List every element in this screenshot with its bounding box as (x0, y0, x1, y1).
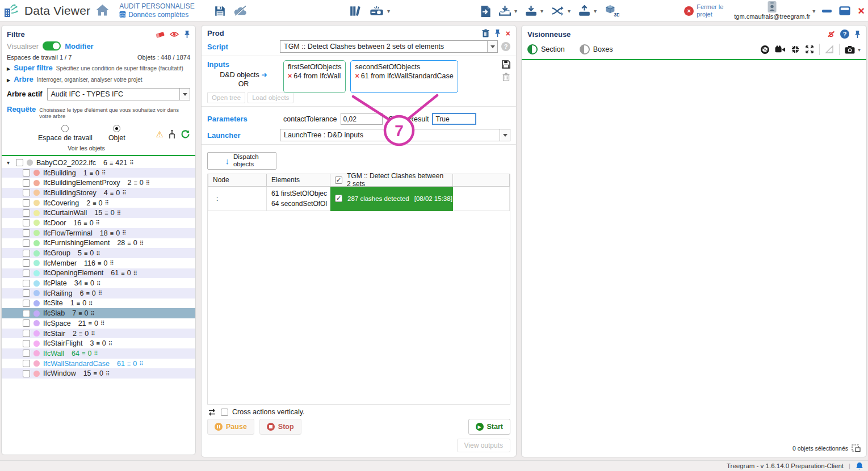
pin-icon[interactable] (854, 30, 861, 39)
radio-object[interactable]: Objet (108, 125, 125, 142)
user-caret-icon[interactable]: ▾ (812, 8, 815, 14)
tree-item-IfcSpace[interactable]: IfcSpace21≡0⠿ (2, 318, 195, 329)
download-icon[interactable] (525, 5, 537, 16)
import-objects-caret-icon[interactable]: ▾ (514, 8, 517, 14)
viewer-canvas[interactable] (527, 60, 861, 444)
radio-object-circle[interactable] (113, 125, 120, 132)
tree-item-IfcFlowTerminal[interactable]: IfcFlowTerminal18≡0⠿ (2, 228, 195, 238)
tree-item-checkbox[interactable] (23, 300, 30, 307)
close-panel-icon[interactable]: × (506, 29, 510, 38)
arbre-actif-select[interactable]: Audit IFC - TYPES IFC (47, 88, 190, 100)
notifications-bell-icon[interactable] (856, 462, 863, 470)
tree-item-BabyCO2_2022.ifc[interactable]: ▾BabyCO2_2022.ifc6≡421⠿ (2, 158, 195, 168)
import-objects-icon[interactable] (499, 5, 511, 16)
tree-item-IfcBuildingStorey[interactable]: IfcBuildingStorey4≡0⠿ (2, 188, 195, 198)
projector-caret-icon[interactable]: ▾ (387, 8, 390, 14)
tree-item-checkbox[interactable] (23, 169, 30, 176)
hierarchy-icon[interactable] (167, 130, 177, 139)
tree-item-checkbox[interactable] (23, 330, 30, 337)
section-disabled-icon[interactable]: S (827, 30, 835, 39)
load-objects-button[interactable]: Load objects (248, 92, 293, 103)
help-icon[interactable]: ? (501, 42, 510, 51)
tree-item-IfcWindow[interactable]: IfcWindow15≡0⠿ (2, 368, 195, 379)
tree-item-checkbox[interactable] (16, 159, 23, 166)
remove-icon[interactable]: × (288, 72, 292, 80)
expand-caret-icon[interactable]: ▶ (7, 66, 10, 72)
tree-item-checkbox[interactable] (23, 250, 30, 257)
upload-caret-icon[interactable]: ▾ (594, 8, 597, 14)
swap-arrows-icon[interactable] (207, 409, 217, 416)
fullscreen-icon[interactable] (805, 45, 814, 54)
camera-path-icon[interactable] (775, 45, 786, 54)
tree-item-checkbox[interactable] (23, 239, 30, 247)
tree-item-IfcWall[interactable]: IfcWall64≡0⠿ (2, 348, 195, 359)
caret-down-icon[interactable]: ▾ (7, 159, 12, 166)
shuffle-icon[interactable] (551, 6, 564, 16)
tree-item-IfcWallStandardCase[interactable]: IfcWallStandardCase61≡0⠿ (2, 359, 195, 369)
arbre-label[interactable]: Arbre (14, 75, 33, 83)
start-button[interactable]: ▶ Start (468, 419, 510, 435)
launcher-select[interactable]: LaunchTree : D&D inputs (280, 129, 510, 141)
dispatch-objects-button[interactable]: ↓ Dispatchobjects (207, 152, 276, 169)
boxes-toggle[interactable] (580, 44, 590, 54)
pin-icon[interactable] (494, 29, 501, 37)
tree-item-IfcSite[interactable]: IfcSite1≡0⠿ (2, 298, 195, 309)
tree-item-IfcStair[interactable]: IfcStair2≡0⠿ (2, 329, 195, 339)
tree-item-checkbox[interactable] (23, 289, 30, 297)
section-toggle[interactable] (527, 44, 538, 54)
tree-item-checkbox[interactable] (23, 350, 30, 357)
refresh-icon[interactable] (181, 129, 190, 139)
upload-icon[interactable] (578, 5, 590, 16)
eye-icon[interactable] (170, 31, 179, 37)
tree-item-checkbox[interactable] (23, 310, 30, 317)
chevron-down-icon[interactable] (179, 89, 190, 100)
view-3d-icon[interactable]: 3D (605, 5, 619, 17)
screenshot-caret-icon[interactable]: ▾ (858, 47, 861, 53)
second-input-chip[interactable]: secondSetOfObjects ×61 from IfcWallStand… (350, 60, 458, 93)
tree-item-checkbox[interactable] (23, 189, 30, 196)
cloud-offline-icon[interactable] (233, 6, 248, 16)
minimize-button[interactable] (822, 10, 832, 12)
tree-item-checkbox[interactable] (23, 229, 30, 237)
voir-les-objets-label[interactable]: Voir les objets (7, 145, 166, 152)
tree-item-IfcFurnishingElement[interactable]: IfcFurnishingElement28≡0⠿ (2, 238, 195, 249)
tree-item-IfcCurtainWall[interactable]: IfcCurtainWall15≡0⠿ (2, 208, 195, 218)
first-input-chip[interactable]: firstSetOfObjects ×64 from IfcWall (283, 60, 346, 93)
pause-button[interactable]: Pause (207, 419, 254, 435)
tree-item-IfcMember[interactable]: IfcMember116≡0⠿ (2, 258, 195, 268)
zoom-fit-icon[interactable] (791, 45, 800, 54)
help-icon[interactable]: ? (840, 30, 849, 39)
remove-icon[interactable]: × (355, 72, 359, 80)
measure-icon[interactable] (825, 45, 834, 54)
table-row[interactable]: : 61 firstSetOfObjec64 secondSetOfOl ✓ 2… (208, 187, 510, 211)
pin-icon[interactable] (184, 30, 190, 39)
shuffle-caret-icon[interactable]: ▾ (568, 8, 571, 14)
screenshot-icon[interactable] (845, 45, 855, 54)
tree-item-IfcRailing[interactable]: IfcRailing6≡0⠿ (2, 288, 195, 298)
save-inputs-icon[interactable] (502, 60, 510, 69)
import-file-icon[interactable] (480, 5, 491, 17)
tree-item-IfcSlab[interactable]: IfcSlab7≡0⠿ (2, 308, 195, 318)
open-tree-button[interactable]: Open tree (207, 92, 245, 103)
home-icon[interactable] (96, 5, 109, 16)
expand-caret-icon[interactable]: ▶ (7, 78, 10, 83)
tree-item-IfcStairFlight[interactable]: IfcStairFlight3≡0⠿ (2, 338, 195, 348)
tree-item-IfcBuilding[interactable]: IfcBuilding1≡0⠿ (2, 168, 195, 178)
tree-item-checkbox[interactable] (23, 270, 30, 277)
view-outputs-button[interactable]: View outputs (457, 439, 511, 452)
eraser-icon[interactable] (156, 31, 165, 38)
tree-item-IfcBuildingElementProxy[interactable]: IfcBuildingElementProxy2≡0⠿ (2, 178, 195, 188)
script-column-checkbox[interactable]: ✓ (335, 176, 342, 184)
chevron-down-icon[interactable] (500, 129, 510, 141)
trash-icon[interactable] (482, 29, 489, 37)
chevron-down-icon[interactable] (487, 41, 497, 52)
stop-button[interactable]: Stop (259, 419, 301, 435)
cell-result[interactable]: ✓ 287 clashes detected[08/02 15:38] (330, 187, 453, 211)
script-select[interactable]: TGM :: Detect Clashes between 2 sets of … (280, 40, 498, 53)
library-icon[interactable] (350, 6, 362, 16)
radio-workspace[interactable]: Espace de travail (38, 125, 93, 142)
param2-input[interactable] (432, 113, 476, 125)
delete-inputs-icon[interactable] (502, 73, 510, 81)
tree-item-IfcCovering[interactable]: IfcCovering2≡0⠿ (2, 198, 195, 208)
tree-item-IfcDoor[interactable]: IfcDoor16≡0⠿ (2, 218, 195, 228)
